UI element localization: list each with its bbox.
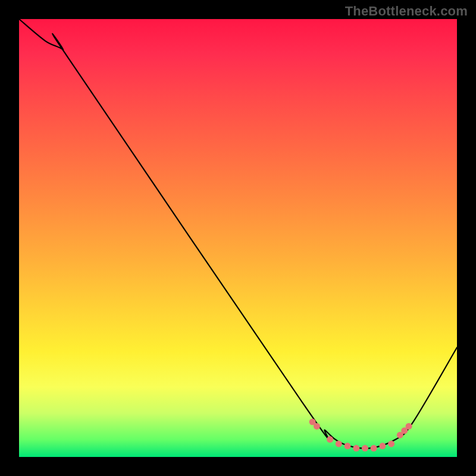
curve-marker <box>345 443 351 449</box>
curve-marker <box>406 423 412 430</box>
curve-marker <box>371 445 377 452</box>
curve-marker <box>362 445 368 452</box>
plot-area <box>19 19 457 457</box>
curve-marker <box>388 440 394 447</box>
curve-marker <box>327 436 333 443</box>
bottleneck-curve <box>19 19 457 449</box>
chart-frame: TheBottleneck.com <box>0 0 476 476</box>
curve-marker <box>379 443 386 449</box>
curve-marker <box>314 423 320 430</box>
watermark-text: TheBottleneck.com <box>345 4 468 19</box>
curve-marker <box>336 440 342 447</box>
curve-marker <box>353 445 359 452</box>
curve-layer <box>19 19 457 457</box>
